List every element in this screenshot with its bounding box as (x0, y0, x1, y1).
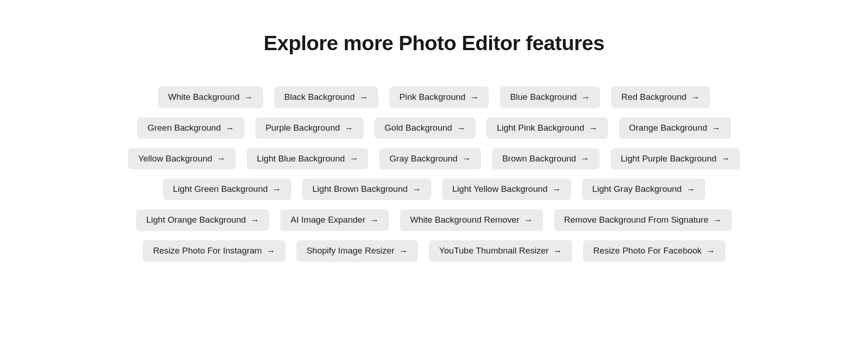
arrow-right-icon: → (552, 185, 561, 194)
feature-chip-label: Light Brown Background (312, 184, 408, 195)
feature-chip-list: White Background→Black Background→Pink B… (84, 86, 784, 262)
arrow-right-icon: → (691, 93, 700, 102)
feature-chip-label: Purple Background (266, 123, 340, 133)
feature-chip-label: Red Background (621, 92, 687, 103)
feature-chip-label: Light Purple Background (621, 154, 717, 164)
feature-chip[interactable]: AI Image Expander→ (280, 209, 389, 231)
feature-chip[interactable]: Light Yellow Background→ (442, 179, 571, 200)
arrow-right-icon: → (713, 216, 722, 225)
feature-chip-label: Light Yellow Background (452, 184, 548, 195)
arrow-right-icon: → (581, 93, 590, 102)
arrow-right-icon: → (706, 247, 715, 255)
arrow-right-icon: → (712, 124, 721, 133)
feature-chip-label: Light Orange Background (146, 215, 246, 225)
feature-chip[interactable]: Purple Background→ (255, 117, 364, 139)
feature-chip[interactable]: Light Blue Background→ (247, 148, 368, 170)
feature-chip[interactable]: YouTube Thumbnail Resizer→ (429, 240, 572, 262)
features-section: Explore more Photo Editor features White… (0, 31, 868, 262)
feature-chip[interactable]: Shopify Image Resizer→ (296, 240, 418, 262)
feature-chip-label: White Background Remover (410, 215, 520, 225)
feature-chip[interactable]: Light Green Background→ (163, 179, 291, 200)
feature-chip[interactable]: Light Brown Background→ (302, 179, 431, 200)
arrow-right-icon: → (244, 93, 253, 102)
feature-chip[interactable]: White Background→ (158, 86, 263, 108)
arrow-right-icon: → (217, 154, 226, 163)
feature-chip-label: Light Green Background (173, 184, 268, 195)
feature-chip-label: Light Pink Background (497, 123, 584, 133)
section-heading: Explore more Photo Editor features (264, 31, 605, 55)
feature-chip[interactable]: Orange Background→ (619, 117, 731, 139)
arrow-right-icon: → (462, 154, 471, 163)
arrow-right-icon: → (250, 216, 259, 225)
feature-chip[interactable]: Resize Photo For Instagram→ (143, 240, 285, 262)
feature-chip-label: White Background (168, 92, 239, 103)
feature-chip[interactable]: Yellow Background→ (128, 148, 236, 170)
feature-chip-label: Resize Photo For Facebook (593, 246, 702, 256)
feature-chip[interactable]: Red Background→ (611, 86, 710, 108)
feature-chip-label: Resize Photo For Instagram (153, 246, 262, 256)
feature-chip-label: Blue Background (510, 92, 577, 103)
feature-chip-label: Remove Background From Signature (564, 215, 709, 225)
feature-chip-label: AI Image Expander (290, 215, 365, 225)
feature-chip-label: Light Gray Background (592, 184, 682, 195)
arrow-right-icon: → (686, 185, 695, 194)
feature-chip[interactable]: Pink Background→ (389, 86, 489, 108)
feature-chip[interactable]: Light Pink Background→ (486, 117, 608, 139)
arrow-right-icon: → (345, 124, 353, 133)
feature-chip-label: Pink Background (399, 92, 466, 103)
feature-chip-label: YouTube Thumbnail Resizer (439, 246, 549, 256)
feature-chip-label: Green Background (147, 123, 221, 133)
arrow-right-icon: → (412, 185, 421, 194)
feature-chip[interactable]: Gold Background→ (375, 117, 476, 139)
feature-chip[interactable]: Brown Background→ (492, 148, 600, 170)
feature-chip[interactable]: Resize Photo For Facebook→ (583, 240, 725, 262)
arrow-right-icon: → (226, 124, 234, 133)
feature-chip-label: Gray Background (389, 154, 457, 164)
arrow-right-icon: → (581, 154, 590, 163)
arrow-right-icon: → (266, 247, 275, 255)
feature-chip[interactable]: Light Purple Background→ (611, 148, 740, 170)
feature-chip[interactable]: Light Orange Background→ (136, 209, 270, 231)
feature-chip-label: Shopify Image Resizer (307, 246, 394, 256)
arrow-right-icon: → (470, 93, 479, 102)
feature-chip[interactable]: Gray Background→ (379, 148, 481, 170)
feature-chip[interactable]: White Background Remover→ (400, 209, 543, 231)
arrow-right-icon: → (359, 93, 368, 102)
arrow-right-icon: → (589, 124, 598, 133)
feature-chip-label: Orange Background (629, 123, 707, 133)
feature-chip[interactable]: Light Gray Background→ (582, 179, 705, 200)
feature-chip-label: Light Blue Background (257, 154, 345, 164)
feature-chip[interactable]: Blue Background→ (500, 86, 600, 108)
arrow-right-icon: → (553, 247, 562, 255)
arrow-right-icon: → (721, 154, 730, 163)
feature-chip-label: Black Background (284, 92, 355, 103)
arrow-right-icon: → (370, 216, 379, 225)
feature-chip-label: Gold Background (385, 123, 452, 133)
arrow-right-icon: → (457, 124, 465, 133)
arrow-right-icon: → (349, 154, 358, 163)
feature-chip[interactable]: Black Background→ (274, 86, 378, 108)
feature-chip[interactable]: Remove Background From Signature→ (554, 209, 732, 231)
arrow-right-icon: → (524, 216, 533, 225)
arrow-right-icon: → (272, 185, 281, 194)
feature-chip-label: Yellow Background (138, 154, 212, 164)
feature-chip[interactable]: Green Background→ (137, 117, 244, 139)
feature-chip-label: Brown Background (502, 154, 576, 164)
arrow-right-icon: → (399, 247, 408, 255)
